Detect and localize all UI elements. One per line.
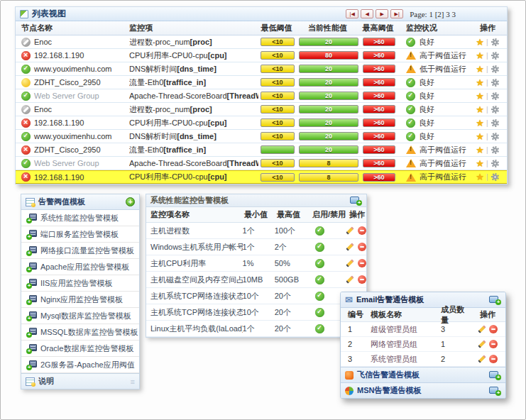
last-page-button[interactable]: ▶| <box>390 9 403 18</box>
table-row[interactable]: 3系统管理员组2 <box>341 352 505 367</box>
delete-icon[interactable] <box>358 226 366 235</box>
enabled-icon[interactable] <box>315 259 324 268</box>
settings-gear-icon[interactable] <box>491 52 499 60</box>
sidebar-item-template[interactable]: +网络接口流量监控告警模板 <box>21 243 139 259</box>
sidebar-item-template[interactable]: +端口服务监控告警模板 <box>21 226 139 243</box>
page-numbers[interactable]: 1 [2] 3 3 <box>429 10 456 18</box>
enabled-icon[interactable] <box>315 292 324 301</box>
member-count: 2 <box>431 355 470 363</box>
delete-icon[interactable] <box>489 325 498 333</box>
status-text: 良好 <box>419 131 434 142</box>
add-email-template-icon[interactable]: + <box>489 295 501 305</box>
table-row[interactable]: 1超级管理员组3 <box>341 322 505 337</box>
enabled-icon[interactable] <box>315 226 324 236</box>
settings-gear-icon[interactable] <box>491 146 499 154</box>
table-row[interactable]: Enoc进程数-proc_num[proc]<1020>60良好★| <box>16 35 507 49</box>
edit-icon[interactable] <box>346 243 354 250</box>
sidebar-item-template[interactable]: +Mysql数据库监控告警模板 <box>21 308 139 324</box>
table-row[interactable]: 2网络管理员组1 <box>341 337 505 352</box>
delete-icon[interactable] <box>358 259 366 267</box>
monitor-tag: [proc] <box>190 38 212 46</box>
current-value-bar: 20 <box>299 65 358 73</box>
settings-gear-icon[interactable] <box>491 173 499 181</box>
settings-gear-icon[interactable] <box>491 65 499 73</box>
sidebar-item-template[interactable]: +系统性能监控告警模板 <box>21 210 139 226</box>
settings-gear-icon[interactable] <box>491 119 499 127</box>
settings-gear-icon[interactable] <box>491 160 499 167</box>
enabled-icon[interactable] <box>315 243 324 252</box>
settings-gear-icon[interactable] <box>491 106 499 114</box>
edit-icon[interactable] <box>478 355 486 363</box>
sidebar-item-template[interactable]: +Oracle数据库监控告警模板 <box>21 341 139 357</box>
template-name: Nginx应用监控告警模板 <box>40 294 123 305</box>
settings-gear-icon[interactable] <box>491 79 499 87</box>
delete-icon[interactable] <box>489 340 498 348</box>
settings-gear-icon[interactable] <box>491 38 499 46</box>
settings-gear-icon[interactable] <box>491 92 499 100</box>
favorite-star-icon[interactable]: ★ <box>476 159 484 168</box>
add-monitor-item-icon[interactable]: + <box>350 196 362 206</box>
table-row[interactable]: ZDHT_Cisco_2950流量-Eth0[traffice_in]<1020… <box>16 76 507 89</box>
table-row[interactable]: Web Server GroupApache-Thread-ScoreBoard… <box>16 157 507 170</box>
edit-icon[interactable] <box>346 226 354 234</box>
first-page-button[interactable]: |◀ <box>346 9 358 18</box>
favorite-star-icon[interactable]: ★ <box>476 118 484 128</box>
delete-icon[interactable] <box>358 275 366 284</box>
table-row[interactable]: 192.168.1.190CPU利用率-CPU0-cpu[cpu]<1080>6… <box>16 49 507 62</box>
description-bar[interactable]: 说明 ≡ <box>21 373 139 389</box>
table-row[interactable]: Windows主机系统用户帐号总数1个2个 <box>146 239 366 255</box>
favorite-star-icon[interactable]: ★ <box>476 92 484 101</box>
table-row[interactable]: 192.168.1.190CPU利用率-CPU0-cpu[cpu]<1020>6… <box>16 116 507 130</box>
delete-icon[interactable] <box>358 243 366 251</box>
table-row[interactable]: Enoc进程数-proc_num[proc]<1020>60良好★| <box>16 103 507 116</box>
warning-triangle-icon <box>406 65 416 73</box>
monitor-tag: [ThreadW] <box>227 159 258 167</box>
add-msn-template-icon[interactable]: + <box>489 386 501 396</box>
delete-icon[interactable] <box>489 355 498 363</box>
edit-icon[interactable] <box>346 275 354 283</box>
sidebar-item-template[interactable]: +IIS应用监控告警模板 <box>21 275 139 292</box>
sidebar-item-template[interactable]: +Apache应用监控告警模板 <box>21 259 139 275</box>
favorite-star-icon[interactable]: ★ <box>476 105 484 114</box>
edit-icon[interactable] <box>478 325 486 333</box>
sidebar-item-template[interactable]: +MSSQL数据库监控告警模板 <box>21 324 139 341</box>
favorite-star-icon[interactable]: ★ <box>476 145 484 155</box>
monitor-tag: [cpu] <box>208 118 227 127</box>
prev-page-button[interactable]: ◀ <box>361 9 373 18</box>
enabled-icon[interactable] <box>315 308 324 317</box>
favorite-star-icon[interactable]: ★ <box>476 38 484 47</box>
enabled-icon[interactable] <box>315 324 324 333</box>
min-threshold-bar: <10 <box>261 78 295 87</box>
table-row[interactable]: 192.168.1.190CPU利用率-CPU0-cpu[cpu]<108>60… <box>16 170 507 184</box>
add-fetion-template-icon[interactable]: + <box>489 370 501 380</box>
next-page-button[interactable]: ▶ <box>376 9 388 18</box>
add-template-button[interactable] <box>126 197 135 206</box>
enabled-icon[interactable] <box>315 275 324 284</box>
description-icon <box>26 377 35 386</box>
favorite-star-icon[interactable]: ★ <box>476 65 484 74</box>
edit-icon[interactable] <box>478 340 486 348</box>
favorite-star-icon[interactable]: ★ <box>476 132 484 141</box>
sidebar-item-template[interactable]: +2G服务器-Apache应用阀值 <box>21 357 139 373</box>
favorite-star-icon[interactable]: ★ <box>476 51 484 60</box>
table-row[interactable]: 主机系统TCP网络连接状态10个20个 <box>146 288 366 304</box>
sidebar-item-template[interactable]: +Nginx应用监控告警模板 <box>21 292 139 308</box>
table-row[interactable]: Linux主机平均负载(laLoad)1个20个 <box>146 321 366 337</box>
monitor-item-name: 主机系统TCP网络连接状态 <box>146 307 243 318</box>
max-threshold-bar: >60 <box>363 105 395 114</box>
settings-gear-icon[interactable] <box>491 133 499 140</box>
server-plus-icon: + <box>27 328 37 337</box>
table-row[interactable]: Web Server GroupApache-Thread-ScoreBoard… <box>16 89 507 103</box>
table-row[interactable]: 主机磁盘空间及内存空间占用10MB500GB <box>146 272 366 288</box>
table-row[interactable]: ZDHT_Cisco_2950流量-Eth0[traffice_in]20>60… <box>16 143 507 157</box>
table-row[interactable]: www.youximenhu.comDNS解析时间[dns_time]<1020… <box>16 62 507 76</box>
favorite-star-icon[interactable]: ★ <box>476 172 484 182</box>
table-row[interactable]: 主机CPU利用率1%50% <box>146 255 366 272</box>
edit-icon[interactable] <box>346 259 354 267</box>
favorite-star-icon[interactable]: ★ <box>476 78 484 87</box>
fetion-template-bar[interactable]: 飞信告警通告模板 + <box>341 367 505 382</box>
msn-template-bar[interactable]: MSN告警通告模板 + <box>341 382 505 398</box>
table-row[interactable]: 主机进程数1个100个 <box>146 223 366 239</box>
table-row[interactable]: www.youximenhu.comDNS解析时间[dns_time]<1020… <box>16 130 507 143</box>
table-row[interactable]: 主机系统TCP网络连接状态10个20个 <box>146 304 366 321</box>
